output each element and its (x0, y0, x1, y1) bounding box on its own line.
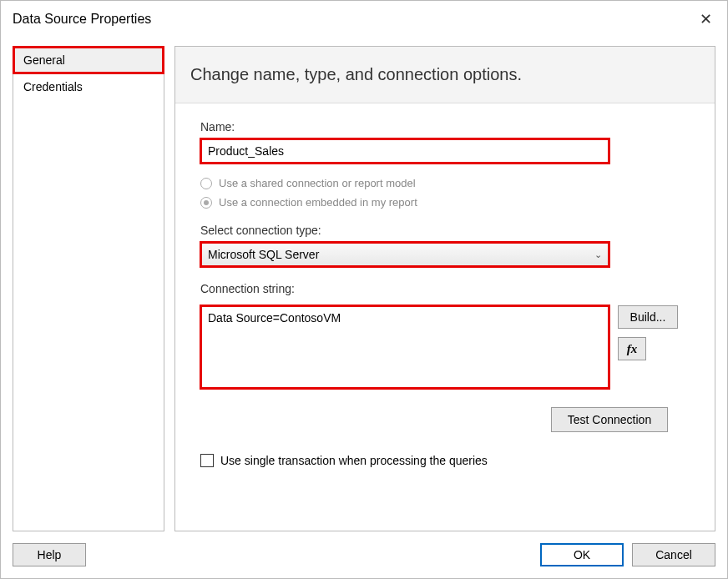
checkbox-label: Use single transaction when processing t… (220, 454, 488, 467)
dialog-body: General Credentials Change name, type, a… (1, 38, 727, 531)
radio-embedded-connection[interactable]: Use a connection embedded in my report (200, 196, 690, 209)
dialog-window: Data Source Properties ✕ General Credent… (0, 0, 728, 579)
connection-type-value: Microsoft SQL Server (208, 248, 319, 261)
connection-string-input[interactable] (200, 305, 609, 389)
radio-icon (200, 197, 212, 209)
close-icon: ✕ (700, 10, 712, 28)
close-button[interactable]: ✕ (692, 6, 719, 33)
expression-button[interactable]: fx (618, 337, 646, 360)
radio-shared-connection[interactable]: Use a shared connection or report model (200, 177, 690, 189)
dialog-title: Data Source Properties (13, 12, 151, 27)
single-transaction-checkbox[interactable]: Use single transaction when processing t… (200, 454, 690, 467)
dialog-footer: Help OK Cancel (1, 531, 727, 578)
connection-type-select[interactable]: Microsoft SQL Server ⌄ (200, 242, 609, 267)
test-connection-button[interactable]: Test Connection (551, 407, 668, 432)
fx-icon: fx (627, 342, 638, 356)
sidebar: General Credentials (13, 46, 164, 531)
connection-string-side-buttons: Build... fx (618, 305, 678, 360)
sidebar-item-label: General (23, 53, 65, 67)
build-button[interactable]: Build... (618, 305, 678, 329)
name-label: Name: (200, 120, 690, 133)
sidebar-item-credentials[interactable]: Credentials (13, 73, 164, 100)
radio-icon (200, 178, 212, 189)
name-input[interactable] (200, 138, 609, 164)
chevron-down-icon: ⌄ (594, 249, 602, 260)
sidebar-item-general[interactable]: General (13, 47, 164, 73)
checkbox-icon (200, 454, 214, 467)
main-heading: Change name, type, and connection option… (175, 47, 715, 103)
connection-string-row: Build... fx (200, 305, 690, 389)
connection-string-label: Connection string: (200, 282, 690, 295)
cancel-button[interactable]: Cancel (632, 543, 715, 566)
sidebar-item-label: Credentials (23, 80, 83, 93)
connection-type-label: Select connection type: (200, 224, 690, 237)
titlebar: Data Source Properties ✕ (1, 1, 727, 38)
radio-label: Use a shared connection or report model (219, 177, 416, 189)
radio-label: Use a connection embedded in my report (219, 196, 417, 209)
ok-button[interactable]: OK (540, 543, 624, 566)
main-panel: Change name, type, and connection option… (174, 46, 715, 531)
help-button[interactable]: Help (13, 543, 86, 566)
main-content: Name: Use a shared connection or report … (175, 103, 715, 531)
connection-mode-group: Use a shared connection or report model … (200, 177, 690, 209)
